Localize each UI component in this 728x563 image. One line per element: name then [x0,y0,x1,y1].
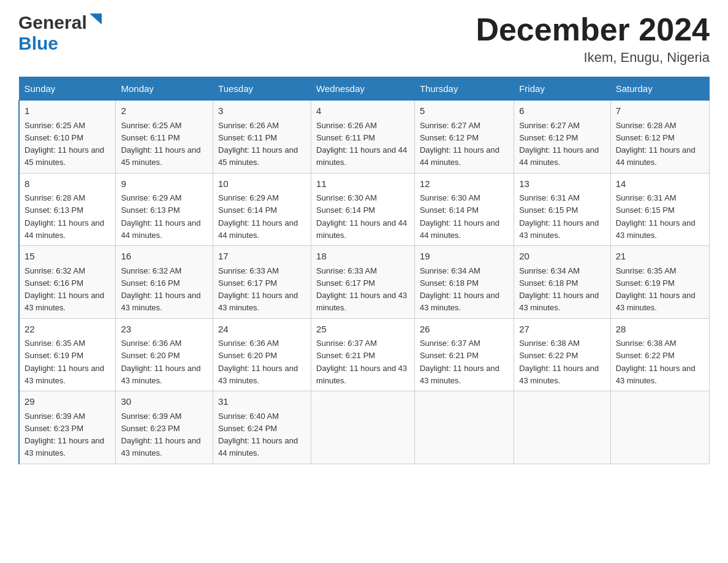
weekday-header-thursday: Thursday [414,77,514,101]
calendar-cell: 23Sunrise: 6:36 AMSunset: 6:20 PMDayligh… [116,318,213,391]
day-number: 7 [616,104,704,118]
day-info: Sunrise: 6:38 AMSunset: 6:22 PMDaylight:… [616,339,696,385]
day-number: 1 [25,104,110,118]
calendar-cell: 13Sunrise: 6:31 AMSunset: 6:15 PMDayligh… [514,173,610,246]
calendar-cell [610,391,709,464]
calendar-cell: 10Sunrise: 6:29 AMSunset: 6:14 PMDayligh… [213,173,311,246]
calendar-cell: 16Sunrise: 6:32 AMSunset: 6:16 PMDayligh… [116,246,213,319]
day-info: Sunrise: 6:32 AMSunset: 6:16 PMDaylight:… [121,266,200,313]
weekday-header-saturday: Saturday [610,77,709,101]
calendar-cell: 14Sunrise: 6:31 AMSunset: 6:15 PMDayligh… [610,173,709,246]
day-info: Sunrise: 6:39 AMSunset: 6:23 PMDaylight:… [121,412,200,458]
day-info: Sunrise: 6:31 AMSunset: 6:15 PMDaylight:… [519,193,599,240]
calendar-week-row: 8Sunrise: 6:28 AMSunset: 6:13 PMDaylight… [19,173,710,246]
day-number: 19 [420,250,509,264]
day-info: Sunrise: 6:40 AMSunset: 6:24 PMDaylight:… [218,412,298,458]
calendar-cell: 28Sunrise: 6:38 AMSunset: 6:22 PMDayligh… [610,318,709,391]
day-number: 16 [121,250,208,264]
day-info: Sunrise: 6:36 AMSunset: 6:20 PMDaylight:… [121,339,200,385]
day-info: Sunrise: 6:33 AMSunset: 6:17 PMDaylight:… [218,266,298,313]
calendar-header: SundayMondayTuesdayWednesdayThursdayFrid… [19,77,710,101]
day-number: 5 [420,104,509,118]
logo-blue-text: Blue [18,33,58,54]
day-number: 22 [25,323,110,337]
day-info: Sunrise: 6:34 AMSunset: 6:18 PMDaylight:… [519,266,599,313]
calendar-cell: 11Sunrise: 6:30 AMSunset: 6:14 PMDayligh… [311,173,415,246]
calendar-cell: 9Sunrise: 6:29 AMSunset: 6:13 PMDaylight… [116,173,213,246]
calendar-cell [514,391,610,464]
day-info: Sunrise: 6:36 AMSunset: 6:20 PMDaylight:… [218,339,298,385]
day-info: Sunrise: 6:31 AMSunset: 6:15 PMDaylight:… [616,193,696,240]
calendar-cell: 27Sunrise: 6:38 AMSunset: 6:22 PMDayligh… [514,318,610,391]
calendar-body: 1Sunrise: 6:25 AMSunset: 6:10 PMDaylight… [19,101,710,464]
calendar-cell: 25Sunrise: 6:37 AMSunset: 6:21 PMDayligh… [311,318,415,391]
calendar-cell: 6Sunrise: 6:27 AMSunset: 6:12 PMDaylight… [514,101,610,174]
calendar-week-row: 29Sunrise: 6:39 AMSunset: 6:23 PMDayligh… [19,391,710,464]
calendar-cell: 17Sunrise: 6:33 AMSunset: 6:17 PMDayligh… [213,246,311,319]
calendar-cell [311,391,415,464]
day-info: Sunrise: 6:28 AMSunset: 6:12 PMDaylight:… [616,121,696,167]
calendar-cell: 22Sunrise: 6:35 AMSunset: 6:19 PMDayligh… [19,318,116,391]
day-number: 15 [25,250,110,264]
day-info: Sunrise: 6:37 AMSunset: 6:21 PMDaylight:… [420,339,499,385]
day-number: 8 [25,177,110,191]
day-info: Sunrise: 6:35 AMSunset: 6:19 PMDaylight:… [616,266,696,313]
day-number: 14 [616,177,704,191]
day-info: Sunrise: 6:25 AMSunset: 6:10 PMDaylight:… [25,121,104,167]
day-info: Sunrise: 6:29 AMSunset: 6:14 PMDaylight:… [218,193,298,240]
weekday-header-monday: Monday [116,77,213,101]
day-number: 10 [218,177,306,191]
day-number: 20 [519,250,605,264]
day-info: Sunrise: 6:29 AMSunset: 6:13 PMDaylight:… [121,193,200,240]
day-info: Sunrise: 6:30 AMSunset: 6:14 PMDaylight:… [420,193,499,240]
day-number: 17 [218,250,306,264]
logo-triangle-icon [89,13,102,27]
title-area: December 2024 Ikem, Enugu, Nigeria [476,12,710,66]
day-number: 27 [519,323,605,337]
day-info: Sunrise: 6:30 AMSunset: 6:14 PMDaylight:… [316,193,407,240]
calendar-cell: 24Sunrise: 6:36 AMSunset: 6:20 PMDayligh… [213,318,311,391]
calendar-week-row: 15Sunrise: 6:32 AMSunset: 6:16 PMDayligh… [19,246,710,319]
day-info: Sunrise: 6:27 AMSunset: 6:12 PMDaylight:… [519,121,599,167]
day-number: 12 [420,177,509,191]
month-title: December 2024 [476,12,710,47]
calendar-cell: 12Sunrise: 6:30 AMSunset: 6:14 PMDayligh… [414,173,514,246]
day-info: Sunrise: 6:38 AMSunset: 6:22 PMDaylight:… [519,339,599,385]
day-info: Sunrise: 6:26 AMSunset: 6:11 PMDaylight:… [316,121,407,167]
logo-general-text: General [18,12,87,33]
day-info: Sunrise: 6:34 AMSunset: 6:18 PMDaylight:… [420,266,499,313]
weekday-header-sunday: Sunday [19,77,116,101]
day-number: 11 [316,177,409,191]
day-number: 13 [519,177,605,191]
calendar-cell: 29Sunrise: 6:39 AMSunset: 6:23 PMDayligh… [19,391,116,464]
calendar-cell: 4Sunrise: 6:26 AMSunset: 6:11 PMDaylight… [311,101,415,174]
weekday-header-wednesday: Wednesday [311,77,415,101]
day-number: 3 [218,104,306,118]
day-info: Sunrise: 6:33 AMSunset: 6:17 PMDaylight:… [316,266,407,313]
location-text: Ikem, Enugu, Nigeria [476,50,710,66]
day-info: Sunrise: 6:27 AMSunset: 6:12 PMDaylight:… [420,121,499,167]
calendar-cell: 21Sunrise: 6:35 AMSunset: 6:19 PMDayligh… [610,246,709,319]
day-info: Sunrise: 6:35 AMSunset: 6:19 PMDaylight:… [25,339,104,385]
day-number: 23 [121,323,208,337]
day-number: 30 [121,395,208,409]
calendar-cell: 1Sunrise: 6:25 AMSunset: 6:10 PMDaylight… [19,101,116,174]
day-info: Sunrise: 6:39 AMSunset: 6:23 PMDaylight:… [25,412,104,458]
day-number: 24 [218,323,306,337]
weekday-header-tuesday: Tuesday [213,77,311,101]
calendar-cell: 5Sunrise: 6:27 AMSunset: 6:12 PMDaylight… [414,101,514,174]
day-number: 2 [121,104,208,118]
calendar-cell: 31Sunrise: 6:40 AMSunset: 6:24 PMDayligh… [213,391,311,464]
logo: General Blue [18,12,102,54]
day-number: 18 [316,250,409,264]
day-info: Sunrise: 6:32 AMSunset: 6:16 PMDaylight:… [25,266,104,313]
svg-marker-0 [89,13,102,25]
day-number: 31 [218,395,306,409]
day-info: Sunrise: 6:25 AMSunset: 6:11 PMDaylight:… [121,121,200,167]
calendar-cell: 8Sunrise: 6:28 AMSunset: 6:13 PMDaylight… [19,173,116,246]
calendar-week-row: 1Sunrise: 6:25 AMSunset: 6:10 PMDaylight… [19,101,710,174]
day-number: 4 [316,104,409,118]
calendar-table: SundayMondayTuesdayWednesdayThursdayFrid… [18,77,710,464]
calendar-cell: 18Sunrise: 6:33 AMSunset: 6:17 PMDayligh… [311,246,415,319]
day-number: 9 [121,177,208,191]
